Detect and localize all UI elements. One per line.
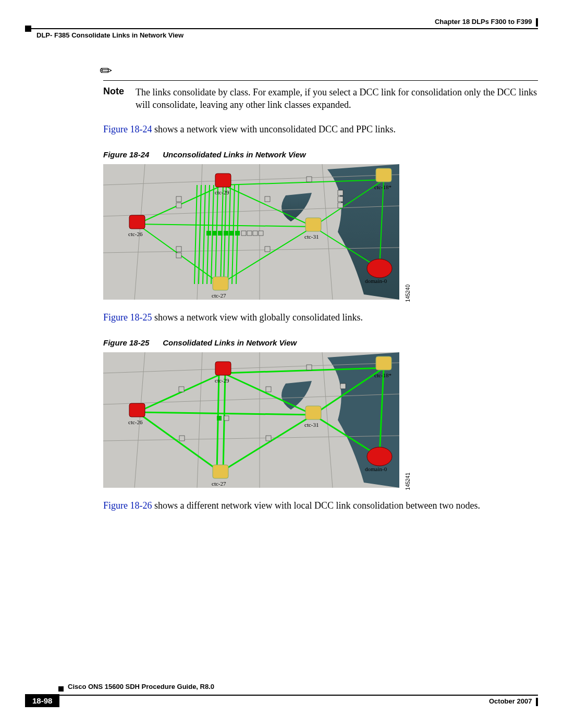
svg-text:ctc-31: ctc-31 <box>304 422 319 428</box>
svg-rect-41 <box>176 246 181 252</box>
figure-24-id: 145240 <box>405 285 411 302</box>
svg-rect-84 <box>224 416 229 421</box>
footer-date: October 2007 <box>489 697 538 706</box>
svg-rect-42 <box>176 253 181 258</box>
svg-text:ctc-31: ctc-31 <box>304 233 319 240</box>
svg-rect-35 <box>265 196 270 202</box>
header-square-icon <box>25 26 31 32</box>
svg-rect-29 <box>213 277 228 290</box>
header-chapter: Chapter 18 DLPs F300 to F399 <box>435 18 538 27</box>
svg-rect-51 <box>253 231 258 236</box>
svg-rect-67 <box>376 356 391 370</box>
svg-rect-73 <box>213 465 228 478</box>
paragraph-3-rest: shows a different network view with loca… <box>152 500 481 511</box>
svg-rect-82 <box>179 436 185 441</box>
paragraph-1: Figure 18-24 shows a network view with u… <box>103 123 538 135</box>
svg-text:ctc-26: ctc-26 <box>128 231 143 237</box>
footer-title: Cisco ONS 15600 SDH Procedure Guide, R8.… <box>68 683 214 690</box>
svg-rect-81 <box>266 436 271 441</box>
svg-rect-34 <box>176 203 181 208</box>
svg-rect-39 <box>338 203 343 208</box>
svg-point-75 <box>367 447 392 466</box>
svg-text:ctc-29: ctc-29 <box>215 377 229 384</box>
figure-25-caption: Figure 18-25 Consolidated Links in Netwo… <box>103 338 538 347</box>
svg-rect-83 <box>217 416 222 421</box>
footer-square-icon <box>58 686 64 692</box>
svg-point-31 <box>367 259 392 278</box>
paragraph-1-rest: shows a network view with unconsolidated… <box>152 124 396 134</box>
header-rule <box>25 28 538 29</box>
svg-rect-23 <box>376 168 391 182</box>
paragraph-2-rest: shows a network view with globally conso… <box>152 312 363 323</box>
header-section: DLP- F385 Consolidate Links in Network V… <box>36 31 183 39</box>
pencil-icon: ✎ <box>96 61 117 82</box>
svg-rect-52 <box>259 231 263 236</box>
svg-text:ctc-18*: ctc-18* <box>374 184 391 190</box>
figure-25-num: Figure 18-25 <box>103 338 161 347</box>
svg-rect-33 <box>176 196 181 202</box>
svg-text:ctc-27: ctc-27 <box>212 480 226 487</box>
svg-rect-47 <box>229 231 234 236</box>
svg-rect-43 <box>206 231 211 236</box>
figure-25-title: Consolidated Links in Network View <box>163 338 297 347</box>
svg-text:domain-0: domain-0 <box>365 278 387 284</box>
content: ✎ Note The links consolidate by class. F… <box>103 63 538 521</box>
note-text: The links consolidate by class. For exam… <box>136 86 538 112</box>
figure-24-num: Figure 18-24 <box>103 150 161 159</box>
svg-rect-50 <box>247 231 252 236</box>
figure-ref-26[interactable]: Figure 18-26 <box>103 500 152 511</box>
svg-rect-36 <box>307 177 312 182</box>
header-bar-icon <box>536 18 538 27</box>
svg-rect-44 <box>212 231 217 236</box>
svg-text:ctc-18*: ctc-18* <box>374 372 391 378</box>
svg-text:domain-0: domain-0 <box>365 466 387 472</box>
footer-page-number: 18-98 <box>25 694 59 707</box>
paragraph-3: Figure 18-26 shows a different network v… <box>103 499 538 512</box>
figure-25-image: ctc-29 ctc-18* ctc-26 ctc-31 ctc-27 doma… <box>103 352 399 488</box>
svg-rect-46 <box>224 231 228 236</box>
svg-rect-77 <box>179 387 184 392</box>
note-block: Note The links consolidate by class. For… <box>103 80 538 112</box>
footer-date-text: October 2007 <box>489 697 532 705</box>
svg-rect-49 <box>241 231 246 236</box>
figure-24: ctc-29 ctc-18* ctc-26 ctc-31 ctc-27 doma… <box>103 164 399 302</box>
svg-rect-45 <box>218 231 223 236</box>
figure-ref-24[interactable]: Figure 18-24 <box>103 124 152 134</box>
figure-24-image: ctc-29 ctc-18* ctc-26 ctc-31 ctc-27 doma… <box>103 164 399 300</box>
page: Chapter 18 DLPs F300 to F399 DLP- F385 C… <box>0 0 563 728</box>
svg-rect-21 <box>215 174 231 187</box>
figure-25-id: 145241 <box>405 473 411 490</box>
svg-rect-40 <box>265 246 270 252</box>
svg-rect-71 <box>305 406 321 419</box>
svg-rect-27 <box>305 218 321 231</box>
figure-24-title: Unconsolidated Links in Network View <box>163 150 306 159</box>
footer-bar-icon <box>536 698 538 706</box>
footer-rule <box>25 695 538 696</box>
svg-rect-25 <box>129 215 145 229</box>
svg-rect-37 <box>338 190 343 195</box>
svg-rect-48 <box>235 231 240 236</box>
svg-text:ctc-26: ctc-26 <box>128 419 143 425</box>
svg-rect-78 <box>266 387 271 392</box>
svg-rect-79 <box>307 365 312 370</box>
header-chapter-text: Chapter 18 DLPs F300 to F399 <box>435 18 532 26</box>
figure-24-caption: Figure 18-24 Unconsolidated Links in Net… <box>103 150 538 159</box>
svg-rect-69 <box>129 403 145 417</box>
svg-rect-80 <box>340 384 346 389</box>
svg-text:ctc-29: ctc-29 <box>215 189 229 195</box>
figure-ref-25[interactable]: Figure 18-25 <box>103 312 152 323</box>
svg-rect-65 <box>215 362 231 375</box>
svg-text:ctc-27: ctc-27 <box>212 292 226 299</box>
figure-25: ctc-29 ctc-18* ctc-26 ctc-31 ctc-27 doma… <box>103 352 399 490</box>
svg-rect-38 <box>338 196 343 202</box>
note-label: Note <box>103 86 126 97</box>
paragraph-2: Figure 18-25 shows a network view with g… <box>103 311 538 324</box>
